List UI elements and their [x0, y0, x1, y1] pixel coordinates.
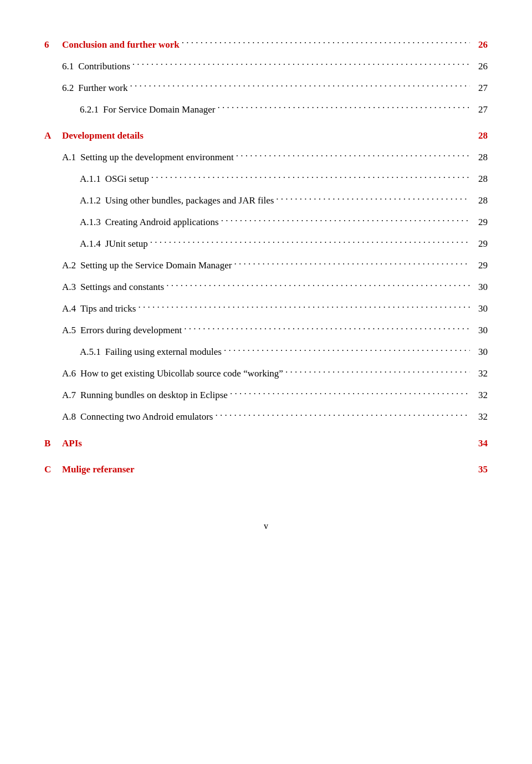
toc-page-number: 28: [472, 172, 488, 186]
toc-entry-sA-1-4: A.1.4JUnit setup29: [44, 233, 488, 251]
toc-section-number: A.5.1: [44, 345, 101, 359]
toc-dots: [130, 77, 470, 95]
toc-entry-sA-1-3: A.1.3Creating Android applications29: [44, 211, 488, 230]
toc-entry-appB: BAPIs34: [44, 436, 488, 451]
toc-dots: [132, 55, 470, 73]
toc-dots: [138, 298, 470, 316]
toc-dots: [285, 363, 470, 381]
toc-entry-label: Settings and constants: [80, 280, 164, 294]
toc-dots: [276, 190, 470, 208]
toc-entry-label: How to get existing Ubicollab source cod…: [80, 366, 283, 381]
toc-section-number: C: [44, 462, 58, 477]
toc-entry-sA-8: A.8Connecting two Android emulators32: [44, 406, 488, 424]
toc-page-number: 32: [472, 366, 488, 381]
toc-page-number: 26: [472, 38, 488, 52]
toc-dots: [224, 341, 470, 359]
toc-entry-label: Setting up the Service Domain Manager: [80, 258, 232, 273]
toc-entry-label: Further work: [78, 81, 127, 95]
toc-entry-label: Conclusion and further work: [62, 38, 180, 52]
toc-entry-appC: CMulige referanser35: [44, 462, 488, 477]
toc-entry-sA-6: A.6How to get existing Ubicollab source …: [44, 363, 488, 381]
toc-section-number: A.6: [44, 366, 76, 381]
toc-page-number: 30: [472, 280, 488, 294]
toc-dots: [151, 168, 470, 186]
toc-section-number: A.3: [44, 280, 76, 294]
toc-entry-sA-1: A.1Setting up the development environmen…: [44, 146, 488, 165]
toc-entry-label: Errors during development: [80, 323, 182, 338]
toc-section-number: A: [44, 129, 58, 143]
toc-section-number: 6: [44, 38, 58, 52]
toc-page-number: 32: [472, 410, 488, 424]
toc-entry-label: Running bundles on desktop in Eclipse: [80, 388, 228, 403]
toc-section-number: A.5: [44, 323, 76, 338]
toc-dots: [182, 33, 470, 52]
toc-entry-ch6: 6Conclusion and further work26: [44, 33, 488, 52]
toc-entry-label: Mulige referanser: [62, 462, 134, 477]
toc-entry-appA: ADevelopment details28: [44, 129, 488, 143]
toc-entry-label: Tips and tricks: [80, 302, 136, 316]
toc-page-number: 29: [472, 215, 488, 230]
toc-entry-sA-2: A.2Setting up the Service Domain Manager…: [44, 254, 488, 273]
toc-page-number: 32: [472, 388, 488, 403]
toc-entry-label: Contributions: [78, 59, 130, 74]
toc-entry-label: OSGi setup: [105, 172, 149, 186]
toc-entry-label: Failing using external modules: [105, 345, 222, 359]
toc-entry-s6-1: 6.1Contributions26: [44, 55, 488, 73]
toc-section-number: A.4: [44, 302, 76, 316]
toc-page-number: 34: [472, 436, 488, 451]
toc-dots: [215, 406, 470, 424]
toc-dots: [236, 146, 470, 165]
toc-page-number: 35: [472, 462, 488, 477]
toc-entry-sA-5-1: A.5.1Failing using external modules30: [44, 341, 488, 359]
toc-section-number: 6.2: [44, 81, 74, 95]
toc-section-number: A.1: [44, 150, 76, 165]
toc-section-number: A.8: [44, 410, 76, 424]
toc-entry-s6-2-1: 6.2.1For Service Domain Manager27: [44, 98, 488, 116]
toc-entry-sA-4: A.4Tips and tricks30: [44, 298, 488, 316]
toc-page-number: 29: [472, 237, 488, 251]
toc-section-number: A.1.2: [44, 193, 101, 208]
toc-section-number: A.7: [44, 388, 76, 403]
toc-page-number: 30: [472, 302, 488, 316]
toc-entry-label: Creating Android applications: [105, 215, 219, 230]
page-footer: v: [44, 521, 488, 531]
toc-entry-label: JUnit setup: [105, 237, 148, 251]
toc-entry-sA-1-1: A.1.1OSGi setup28: [44, 168, 488, 186]
toc-dots: [166, 276, 470, 294]
page-number: v: [264, 521, 268, 531]
toc-section-number: 6.2.1: [44, 103, 99, 117]
toc-section-number: B: [44, 436, 58, 451]
toc-page-number: 30: [472, 345, 488, 359]
toc-page-number: 27: [472, 103, 488, 117]
toc-page-number: 27: [472, 81, 488, 95]
toc-entry-label: Development details: [62, 129, 144, 143]
toc-dots: [218, 98, 470, 116]
toc-page-number: 28: [472, 193, 488, 208]
toc-entry-sA-5: A.5Errors during development30: [44, 319, 488, 338]
toc-page-number: 26: [472, 59, 488, 74]
toc-entry-label: APIs: [62, 436, 82, 451]
toc-dots: [221, 211, 470, 230]
toc-page-number: 28: [472, 129, 488, 143]
toc-entry-s6-2: 6.2Further work27: [44, 77, 488, 95]
toc-entry-label: For Service Domain Manager: [103, 103, 216, 117]
toc-page-number: 28: [472, 150, 488, 165]
toc-dots: [150, 233, 470, 251]
toc-entry-label: Using other bundles, packages and JAR fi…: [105, 193, 274, 208]
toc-section-number: A.1.3: [44, 215, 101, 230]
toc-section-number: 6.1: [44, 59, 74, 74]
toc-dots: [234, 254, 470, 273]
toc-entry-sA-3: A.3Settings and constants30: [44, 276, 488, 294]
toc-page-number: 29: [472, 258, 488, 273]
toc-section-number: A.1.4: [44, 237, 101, 251]
toc-dots: [184, 319, 470, 338]
toc-entry-label: Connecting two Android emulators: [80, 410, 213, 424]
toc-section-number: A.1.1: [44, 172, 101, 186]
toc-dots: [230, 384, 470, 403]
table-of-contents: 6Conclusion and further work266.1Contrib…: [44, 33, 488, 477]
toc-section-number: A.2: [44, 258, 76, 273]
toc-entry-label: Setting up the development environment: [80, 150, 234, 165]
toc-page-number: 30: [472, 323, 488, 338]
toc-entry-sA-1-2: A.1.2Using other bundles, packages and J…: [44, 190, 488, 208]
toc-entry-sA-7: A.7Running bundles on desktop in Eclipse…: [44, 384, 488, 403]
